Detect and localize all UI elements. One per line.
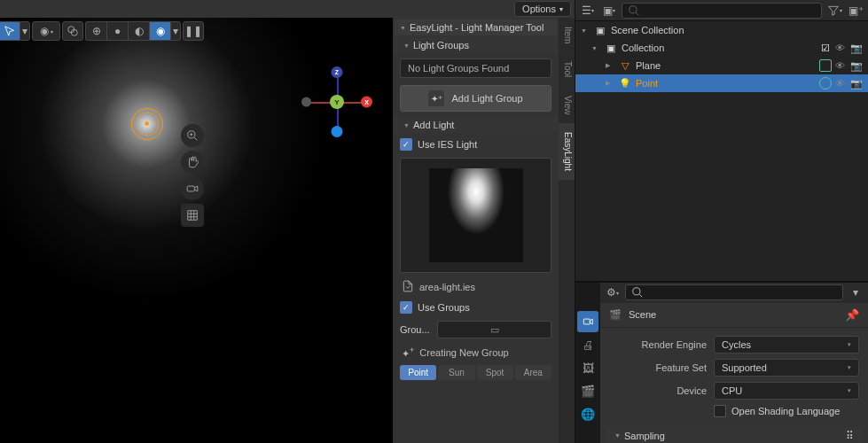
outliner-tree[interactable]: ▼ ▣ Scene Collection ▼ ▣ Collection ☑ 👁 … [575,21,868,281]
pin-icon[interactable]: 📌 [845,308,859,322]
light-type-area[interactable]: Area [515,365,551,380]
svg-rect-4 [187,186,194,191]
scene-collection-label: Scene Collection [611,25,863,35]
outliner-search[interactable] [622,3,822,19]
panel-options-icon[interactable]: ⠿ [846,430,854,442]
collection-label: Collection [622,43,817,53]
shading-dropdown[interactable]: ▾ [170,21,181,41]
n-tab-easylight[interactable]: EasyLight [559,123,575,180]
pan-tool[interactable] [181,151,204,174]
collection-icon: ▣ [593,25,607,36]
group-field-label: Grou... [400,324,432,335]
use-groups-checkbox[interactable]: ✓ [400,301,412,314]
scene-collection-row[interactable]: ▼ ▣ Scene Collection [575,21,868,39]
render-icon[interactable]: 📷 [850,60,863,72]
render-icon[interactable]: 📷 [850,78,863,89]
gizmo-z-axis[interactable]: Z [332,66,343,78]
osl-label: Open Shading Language [731,406,840,416]
light-type-point[interactable]: Point [400,365,436,380]
plane-row[interactable]: ▶ ▽ Plane 👁 📷 [575,57,868,74]
select-mode[interactable] [0,21,20,41]
mesh-icon: ▽ [618,60,632,72]
gizmo-x-axis[interactable]: X [361,97,372,108]
group-name-input[interactable]: ▭ [437,321,551,338]
no-groups-msg: No Light Groups Found [400,58,551,78]
point-label: Point [636,78,816,89]
shading-solid[interactable]: ● [106,21,128,41]
device-label: Device [609,385,707,396]
properties-search[interactable] [625,284,843,300]
add-light-header[interactable]: Add Light [395,117,557,133]
chevron-right-icon: ▶ [606,62,614,69]
overlay-toggle[interactable] [62,21,83,41]
chevron-down-icon: ▼ [581,27,590,34]
viewport-3d[interactable]: ▾ ◉ ⊕ ● ◐ ◉ ▾ ❚❚ X Z Y [0,18,575,443]
prop-tab-output[interactable]: 🖨 [577,334,598,355]
new-group-icon: ✦+ [402,346,414,360]
panel-title: EasyLight - Light Manager Tool [410,22,543,33]
eye-icon[interactable]: 👁 [835,60,845,72]
point-light-row[interactable]: ▶ 💡 Point 👁 📷 [575,74,868,92]
light-groups-header[interactable]: Light Groups [395,37,557,53]
osl-checkbox[interactable] [714,405,726,417]
add-light-group-button[interactable]: ✦⁺ Add Light Group [400,85,551,112]
file-icon [402,280,414,294]
viewport-gizmo[interactable]: X Z Y [301,66,372,137]
light-icon: 💡 [618,78,632,89]
shading-render[interactable]: ◉ [149,21,170,41]
gizmo-x-neg-axis[interactable] [301,97,311,107]
n-tab-view[interactable]: View [559,87,575,124]
render-engine-label: Render Engine [609,339,707,350]
render-icon[interactable]: 📷 [850,43,863,54]
subheader-label: Add Light [413,120,454,130]
ies-preview-image [428,167,524,263]
outliner-view-mode[interactable]: ▣ [600,3,618,19]
plus-icon: ✦⁺ [428,90,444,106]
prop-tab-scene[interactable]: 🎬 [577,380,598,401]
light-object-indicator[interactable] [131,108,163,140]
gizmo-y-axis[interactable]: Y [330,95,344,109]
n-tab-item[interactable]: Item [559,18,575,52]
outliner-filter[interactable] [825,3,843,19]
render-engine-select[interactable]: Cycles [714,336,859,354]
select-mode-dropdown[interactable]: ▾ [20,21,30,41]
prop-tab-viewlayer[interactable]: 🖼 [577,357,598,378]
ies-preview-button[interactable] [400,158,551,273]
use-ies-label: Use IES Light [418,139,477,150]
chevron-right-icon: ▶ [606,80,614,87]
svg-point-5 [629,5,637,12]
grid-tool[interactable] [181,204,204,227]
n-tab-tool[interactable]: Tool [559,52,575,86]
pause-render[interactable]: ❚❚ [183,21,204,41]
options-dropdown[interactable]: Options [514,1,571,17]
new-collection[interactable]: ▣⁺ [847,3,864,19]
light-type-sun[interactable]: Sun [438,365,474,380]
shading-wire[interactable]: ⊕ [85,21,106,41]
eye-icon[interactable]: 👁 [835,43,845,54]
collection-row[interactable]: ▼ ▣ Collection ☑ 👁 📷 [575,39,868,57]
zoom-tool[interactable] [181,124,204,147]
gizmo-y-neg-axis[interactable] [332,126,343,137]
light-type-spot[interactable]: Spot [477,365,513,380]
sampling-header[interactable]: Sampling ⠿ [606,427,863,443]
collection-check[interactable]: ☑ [821,43,830,54]
eye-icon[interactable]: 👁 [835,78,845,89]
use-ies-checkbox[interactable]: ✓ [400,138,412,151]
prop-options[interactable]: ▾ [847,284,864,300]
mesh-data-icon [819,59,832,72]
light-data-icon [819,77,832,89]
outliner-display-mode[interactable]: ☰ [579,3,597,19]
prop-tab-render[interactable] [577,311,598,332]
shading-menu[interactable]: ◉ [32,21,60,41]
prop-editor-type[interactable]: ⚙ [604,284,622,300]
scene-icon: 🎬 [609,309,622,321]
feature-set-select[interactable]: Supported [714,359,859,377]
add-group-label: Add Light Group [451,93,522,104]
sampling-label: Sampling [624,431,665,441]
collection-icon: ▣ [604,43,618,54]
easylight-panel-header[interactable]: EasyLight - Light Manager Tool [395,19,557,35]
device-select[interactable]: CPU [714,382,859,400]
shading-matcap[interactable]: ◐ [128,21,149,41]
prop-tab-world[interactable]: 🌐 [577,403,598,424]
camera-tool[interactable] [181,177,204,200]
